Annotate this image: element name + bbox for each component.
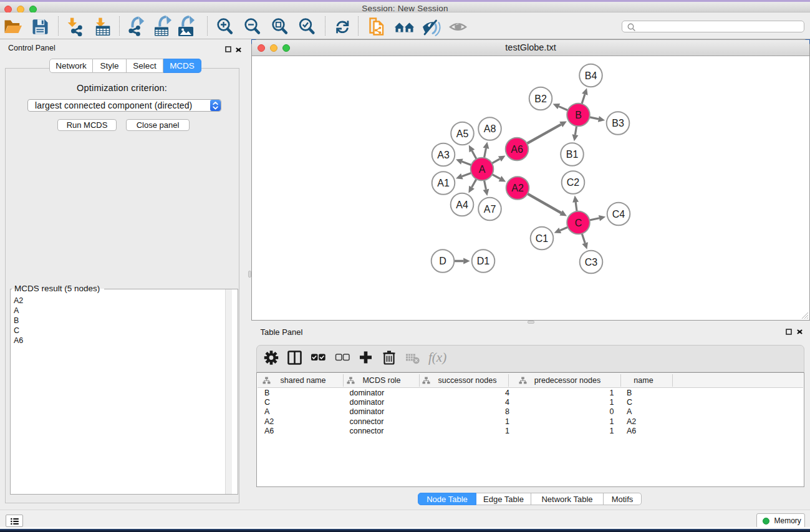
svg-text:C: C: [575, 218, 582, 228]
svg-text:A6: A6: [511, 144, 523, 155]
svg-text:A: A: [479, 164, 486, 175]
svg-text:C3: C3: [585, 257, 598, 268]
svg-text:A7: A7: [484, 204, 496, 215]
svg-text:A3: A3: [437, 150, 450, 160]
svg-text:A1: A1: [437, 178, 450, 188]
svg-text:B3: B3: [612, 118, 624, 128]
svg-text:C4: C4: [612, 209, 625, 220]
svg-text:B4: B4: [585, 70, 597, 81]
svg-text:C1: C1: [536, 233, 549, 244]
svg-text:D: D: [439, 256, 446, 266]
svg-text:B: B: [575, 110, 582, 120]
svg-text:B1: B1: [566, 149, 579, 160]
svg-text:A8: A8: [484, 123, 496, 134]
svg-text:B2: B2: [534, 94, 547, 104]
svg-text:A4: A4: [456, 200, 468, 210]
svg-text:C2: C2: [567, 177, 580, 188]
svg-text:D1: D1: [477, 256, 490, 266]
svg-text:A5: A5: [456, 128, 469, 139]
svg-text:f(x): f(x): [428, 350, 446, 365]
svg-text:A2: A2: [511, 183, 524, 193]
